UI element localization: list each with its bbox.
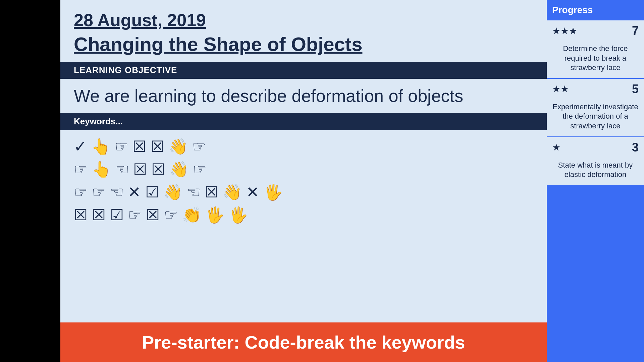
progress-description-2: Experimentally investigate the deformati…	[547, 100, 644, 136]
progress-number-1: 7	[632, 24, 639, 38]
stars-3: ★	[552, 142, 560, 153]
stars-2: ★★	[552, 83, 569, 95]
bottom-banner: Pre-starter: Code-break the keywords	[60, 322, 547, 362]
subject-title: Changing the Shape of Objects	[74, 34, 533, 55]
symbols-area: ✓ 👆 ☞ ☒ ☒ 👋 ☞ ☞ 👆 ☜ ☒ ☒ 👋 ☞ ☞ ☞ ☜ ✕ ☑ 👋 …	[60, 130, 547, 322]
progress-item-2: ★★ 5 Experimentally investigate the defo…	[547, 79, 644, 137]
progress-header: Progress	[547, 0, 644, 20]
progress-description-3: State what is meant by elastic deformati…	[547, 158, 644, 185]
progress-item-1: ★★★ 7 Determine the force required to br…	[547, 20, 644, 79]
top-section: 28 August, 2019 Changing the Shape of Ob…	[60, 0, 547, 62]
progress-item-3: ★ 3 State what is meant by elastic defor…	[547, 137, 644, 186]
symbol-row-3: ☞ ☞ ☜ ✕ ☑ 👋 ☜ ☒ 👋 ✕ 🖐	[74, 182, 533, 202]
symbol-row-1: ✓ 👆 ☞ ☒ ☒ 👋 ☞	[74, 137, 533, 157]
date-heading: 28 August, 2019	[74, 10, 533, 30]
stars-1: ★★★	[552, 25, 577, 37]
learning-text: We are learning to describe deformation …	[60, 79, 547, 113]
symbol-row-4: ☒ ☒ ☑ ☞ ☒ ☞ 👏 🖐 🖐	[74, 205, 533, 225]
progress-number-3: 3	[632, 140, 639, 155]
progress-item-2-header: ★★ 5	[547, 79, 644, 100]
learning-objective-bar: LEARNING OBJECTIVE	[60, 62, 547, 79]
symbol-row-2: ☞ 👆 ☜ ☒ ☒ 👋 ☞	[74, 160, 533, 180]
progress-number-2: 5	[632, 82, 639, 96]
keywords-bar: Keywords...	[60, 113, 547, 130]
left-black-panel	[0, 0, 60, 362]
main-content: 28 August, 2019 Changing the Shape of Ob…	[60, 0, 547, 362]
progress-item-3-header: ★ 3	[547, 137, 644, 158]
progress-description-1: Determine the force required to break a …	[547, 41, 644, 78]
right-panel: Progress ★★★ 7 Determine the force requi…	[547, 0, 644, 362]
progress-item-1-header: ★★★ 7	[547, 20, 644, 41]
